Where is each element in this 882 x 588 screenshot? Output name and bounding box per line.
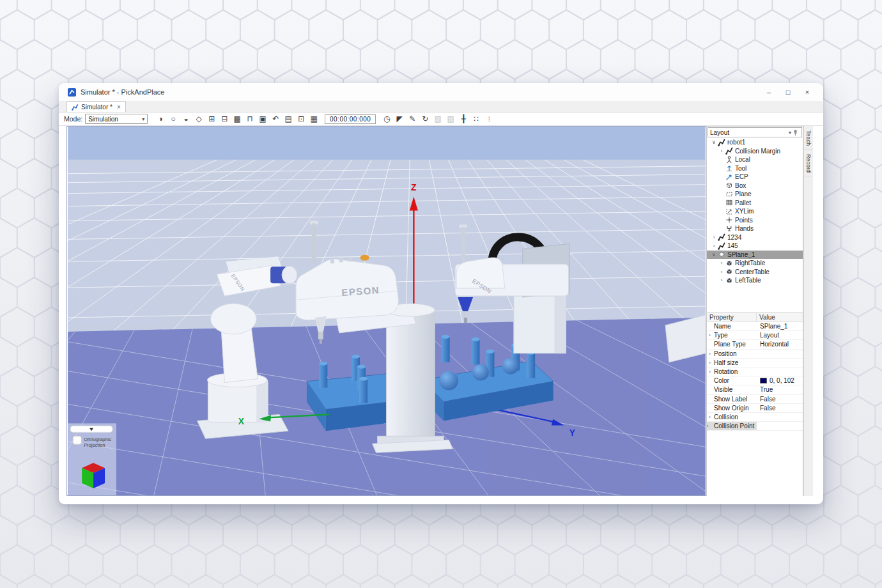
- layout-panel: Layout ▾ ∨robot1 ›Collision Margin Local…: [706, 126, 803, 496]
- expander-icon[interactable]: ›: [707, 414, 713, 420]
- cube-icon: [725, 259, 733, 267]
- combo-value: Layout: [710, 129, 729, 136]
- tree-item-tool[interactable]: Tool: [707, 164, 803, 173]
- property-row-plane-type[interactable]: Plane TypeHorizontal: [707, 340, 803, 349]
- tool-icon: [725, 164, 733, 172]
- expander-icon[interactable]: ›: [718, 260, 725, 266]
- robot-icon: [725, 147, 733, 155]
- tree-item-points[interactable]: Points: [707, 216, 803, 225]
- sim-speed-clock-button[interactable]: ◷: [381, 114, 392, 125]
- view-options-overlay: Orthographic Projection: [68, 423, 116, 495]
- combo-fill: [731, 130, 787, 135]
- expander-icon[interactable]: ›: [718, 148, 725, 154]
- cube-icon: [725, 277, 733, 284]
- box-icon: [725, 182, 733, 189]
- expander-icon[interactable]: ›: [707, 332, 713, 338]
- desktop-background: Simulator * - PickAndPlace – □ × Simulat…: [0, 0, 882, 588]
- tree-item-hands[interactable]: Hands: [707, 224, 803, 233]
- expander-icon[interactable]: ›: [711, 243, 717, 249]
- panel-layout-button[interactable]: ▤: [282, 114, 294, 125]
- expander-icon[interactable]: ∨: [711, 252, 717, 258]
- tab-simulator[interactable]: Simulator * ×: [66, 101, 126, 112]
- property-row-show-origin[interactable]: Show OriginFalse: [707, 404, 803, 413]
- expander-icon[interactable]: ›: [707, 422, 713, 430]
- undo-button[interactable]: ↶: [270, 114, 281, 125]
- tree-item-robot1[interactable]: ∨robot1: [707, 138, 803, 147]
- close-button[interactable]: ×: [798, 86, 817, 98]
- property-row-position[interactable]: ›Position: [707, 350, 803, 359]
- plane-icon: [725, 190, 733, 198]
- expander-icon[interactable]: ›: [718, 277, 725, 283]
- measure-button[interactable]: ✎: [406, 114, 418, 125]
- pin-icon[interactable]: [791, 128, 799, 137]
- property-row-show-label[interactable]: Show LabelFalse: [707, 395, 803, 404]
- xylim-icon: [725, 208, 733, 215]
- tab-teach[interactable]: Teach: [805, 127, 812, 150]
- tree-item-local[interactable]: Local: [707, 155, 803, 164]
- expander-icon[interactable]: ›: [711, 235, 717, 240]
- expander-icon[interactable]: ∨: [711, 139, 717, 145]
- view-plane-button[interactable]: ◇: [193, 114, 205, 125]
- tree-item-ecp[interactable]: ECP: [707, 173, 803, 182]
- maximize-button[interactable]: □: [778, 86, 798, 98]
- toolbar-overflow-button[interactable]: ⋮: [483, 114, 495, 125]
- video-button[interactable]: ▦: [308, 114, 320, 125]
- orthographic-label-line1: Orthographic: [84, 437, 111, 442]
- tree-item-lefttable[interactable]: ›LeftTable: [707, 276, 803, 285]
- add-box-button[interactable]: ⊞: [206, 114, 217, 125]
- hand-tool-button[interactable]: ⊓: [244, 114, 256, 125]
- tree-item-box[interactable]: Box: [707, 182, 803, 190]
- minimize-button[interactable]: –: [759, 86, 778, 98]
- panel-mode-combobox[interactable]: Layout ▾: [708, 127, 802, 137]
- snapshot-button[interactable]: ▣: [257, 114, 268, 125]
- tab-record[interactable]: Record: [805, 151, 812, 176]
- sphere[interactable]: [472, 364, 489, 381]
- expander-icon[interactable]: ›: [707, 369, 713, 375]
- splane-icon: [718, 251, 725, 258]
- property-row-name[interactable]: NameSPlane_1: [707, 322, 803, 331]
- tree-item-righttable[interactable]: ›RightTable: [707, 259, 803, 268]
- view-shaded-button[interactable]: ◒: [180, 114, 192, 125]
- property-row-half-size[interactable]: ›Half size: [707, 359, 803, 368]
- property-grid: Property Value NameSPlane_1 ›TypeLayout …: [707, 313, 803, 496]
- expander-icon[interactable]: ›: [707, 360, 713, 366]
- property-row-visible[interactable]: VisibleTrue: [707, 385, 803, 394]
- property-row-color[interactable]: Color0, 0, 102: [707, 376, 803, 385]
- tree-item-145[interactable]: ›145: [707, 242, 803, 251]
- render-quality-button[interactable]: ∷: [470, 114, 482, 125]
- app-window: Simulator * - PickAndPlace – □ × Simulat…: [59, 83, 823, 504]
- property-row-collision[interactable]: ›Collision: [707, 413, 803, 422]
- tree-item-1234[interactable]: ›1234: [707, 233, 803, 242]
- 3d-viewport[interactable]: EPSON EPSON: [66, 126, 706, 496]
- rotate-view-button[interactable]: ↻: [419, 114, 431, 125]
- tree-item-pallet[interactable]: Pallet: [707, 199, 803, 208]
- property-column-header: Property: [707, 313, 757, 321]
- orthographic-label-line2: Projection: [84, 442, 105, 448]
- property-row-rotation[interactable]: ›Rotation: [707, 368, 803, 376]
- expander-icon[interactable]: ›: [718, 269, 725, 275]
- view-wireframe-button[interactable]: ○: [167, 114, 179, 125]
- add-plane-button[interactable]: ⊟: [219, 114, 230, 125]
- sphere[interactable]: [439, 371, 458, 391]
- mode-label: Mode:: [64, 115, 82, 123]
- sphere[interactable]: [502, 358, 519, 375]
- tab-close-icon[interactable]: ×: [117, 104, 121, 111]
- orientation-cube[interactable]: [82, 463, 105, 488]
- property-row-type[interactable]: ›TypeLayout: [707, 331, 803, 340]
- orthographic-checkbox[interactable]: [73, 436, 81, 444]
- pick-cursor-button[interactable]: ◤: [394, 114, 405, 125]
- property-row-collision-point[interactable]: ›Collision Point: [707, 422, 803, 431]
- points-icon: [725, 216, 733, 224]
- expander-icon[interactable]: ›: [707, 351, 713, 357]
- add-parts-button[interactable]: ▩: [231, 114, 243, 125]
- view-solid-button[interactable]: ◑: [155, 114, 166, 125]
- tree-item-collision-margin[interactable]: ›Collision Margin: [707, 147, 803, 156]
- mode-select[interactable]: Simulation ▾: [85, 114, 148, 124]
- axis-config-button[interactable]: ╂: [458, 114, 469, 125]
- capture-button[interactable]: ⊡: [295, 114, 307, 125]
- tree-item-centertable[interactable]: ›CenterTable: [707, 268, 803, 277]
- tree-item-splane-1[interactable]: ∨SPlane_1: [707, 251, 803, 259]
- cube-icon: [725, 268, 733, 275]
- tree-item-plane[interactable]: Plane: [707, 190, 803, 199]
- tree-item-xylim[interactable]: XYLim: [707, 207, 803, 216]
